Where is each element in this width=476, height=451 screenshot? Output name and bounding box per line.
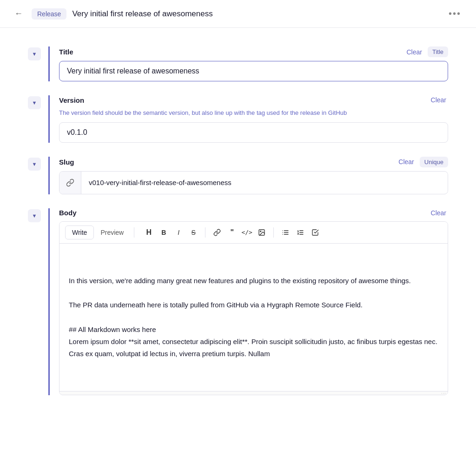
svg-point-1	[260, 231, 261, 232]
main-content: ▼ Title Clear Title ▼ Version Clear The …	[0, 28, 476, 428]
title-field-header: Title Clear Title	[59, 46, 448, 57]
version-field-header: Version Clear	[59, 95, 448, 105]
slug-input[interactable]	[81, 173, 448, 192]
body-text: In this version, we're adding many great…	[69, 275, 438, 360]
body-clear-button[interactable]: Clear	[429, 208, 448, 218]
toolbar-ordered-list-button[interactable]	[293, 226, 307, 239]
toolbar-quote-button[interactable]: "	[225, 226, 239, 239]
toolbar-bold-button[interactable]: B	[157, 226, 171, 239]
more-options-button[interactable]: •••	[445, 7, 465, 21]
toolbar-separator-2	[205, 227, 205, 238]
back-button[interactable]: ←	[11, 7, 26, 21]
toolbar-heading-button[interactable]: H	[142, 226, 156, 239]
slug-link-icon	[60, 172, 81, 194]
toolbar-separator-1	[134, 227, 134, 238]
slug-field-content: Slug Clear Unique	[48, 157, 448, 194]
header: ← Release Very initial first release of …	[0, 0, 476, 28]
version-collapse-button[interactable]: ▼	[28, 96, 41, 109]
toolbar-link-button[interactable]	[210, 226, 224, 239]
editor-toolbar: Write Preview H B I S	[60, 222, 448, 244]
title-field-actions: Clear Title	[404, 46, 448, 57]
version-input[interactable]	[59, 122, 448, 143]
preview-tab[interactable]: Preview	[94, 226, 130, 239]
toolbar-separator-3	[273, 227, 274, 238]
editor-resize-handle[interactable]	[60, 391, 448, 395]
write-tab[interactable]: Write	[65, 226, 94, 239]
title-field-content: Title Clear Title	[48, 46, 448, 81]
header-title: Very initial first release of awesomenes…	[72, 9, 439, 19]
toolbar-task-list-button[interactable]	[308, 226, 322, 239]
title-badge-button[interactable]: Title	[428, 46, 448, 57]
title-clear-button[interactable]: Clear	[404, 47, 423, 57]
body-editor-wrapper: Write Preview H B I S	[59, 221, 448, 396]
slug-field-header: Slug Clear Unique	[59, 157, 448, 167]
version-field-label: Version	[59, 96, 84, 104]
version-clear-button[interactable]: Clear	[429, 95, 448, 105]
title-collapse-button[interactable]: ▼	[28, 47, 41, 60]
title-field-label: Title	[59, 48, 73, 56]
body-field-header: Body Clear	[59, 208, 448, 218]
slug-field-label: Slug	[59, 158, 74, 166]
version-hint: The version field should be the semantic…	[59, 108, 448, 118]
slug-field-block: ▼ Slug Clear Unique	[28, 157, 448, 194]
toolbar-italic-button[interactable]: I	[172, 226, 185, 239]
version-field-content: Version Clear The version field should b…	[48, 95, 448, 143]
title-field-block: ▼ Title Clear Title	[28, 46, 448, 81]
version-field-block: ▼ Version Clear The version field should…	[28, 95, 448, 143]
slug-clear-button[interactable]: Clear	[397, 157, 416, 166]
slug-input-wrapper	[59, 171, 448, 194]
body-field-actions: Clear	[429, 208, 448, 218]
toolbar-icons: H B I S " </>	[142, 226, 322, 239]
body-collapse-button[interactable]: ▼	[28, 209, 41, 222]
title-input[interactable]	[59, 61, 448, 81]
slug-unique-button[interactable]: Unique	[420, 157, 448, 167]
body-field-block: ▼ Body Clear Write Preview H B I S	[28, 208, 448, 396]
toolbar-strikethrough-button[interactable]: S	[186, 226, 200, 239]
toolbar-code-button[interactable]: </>	[240, 226, 254, 239]
release-badge: Release	[32, 8, 66, 20]
toolbar-unordered-list-button[interactable]	[278, 226, 292, 239]
slug-collapse-button[interactable]: ▼	[28, 158, 41, 171]
toolbar-image-button[interactable]	[255, 226, 269, 239]
version-field-actions: Clear	[429, 95, 448, 105]
slug-field-actions: Clear Unique	[397, 157, 448, 167]
body-field-content: Body Clear Write Preview H B I S	[48, 208, 448, 396]
body-editor-content[interactable]: In this version, we're adding many great…	[60, 244, 448, 391]
body-field-label: Body	[59, 209, 77, 217]
